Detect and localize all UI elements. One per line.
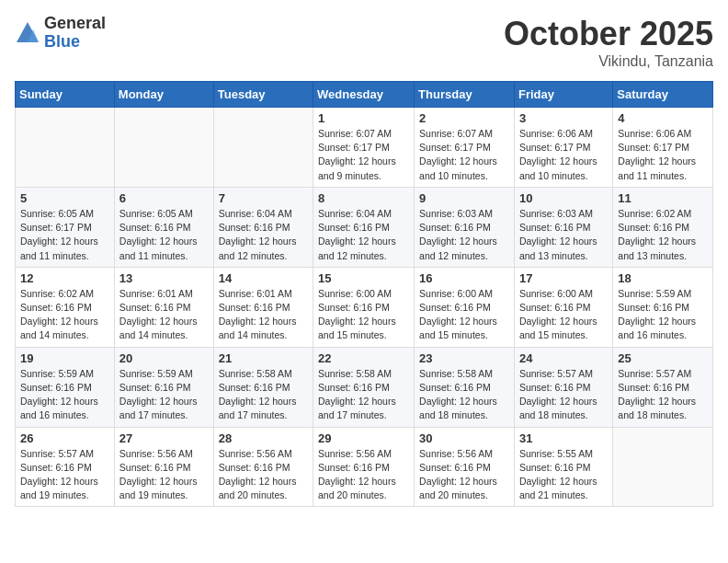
day-detail: Sunrise: 6:04 AM Sunset: 6:16 PM Dayligh… <box>219 207 308 263</box>
calendar-cell: 28Sunrise: 5:56 AM Sunset: 6:16 PM Dayli… <box>213 427 313 507</box>
day-number: 21 <box>219 351 308 365</box>
day-number: 27 <box>119 431 209 445</box>
month-title: October 2025 <box>504 15 713 53</box>
day-detail: Sunrise: 5:55 AM Sunset: 6:16 PM Dayligh… <box>519 447 608 503</box>
day-detail: Sunrise: 5:58 AM Sunset: 6:16 PM Dayligh… <box>219 367 308 423</box>
day-number: 29 <box>318 431 409 445</box>
day-detail: Sunrise: 5:56 AM Sunset: 6:16 PM Dayligh… <box>119 447 209 503</box>
logo-text: General Blue <box>44 15 106 52</box>
logo-general-label: General <box>44 15 106 33</box>
calendar-cell <box>114 108 213 188</box>
calendar-cell: 20Sunrise: 5:59 AM Sunset: 6:16 PM Dayli… <box>114 347 213 427</box>
day-number: 14 <box>219 271 308 285</box>
day-detail: Sunrise: 5:57 AM Sunset: 6:16 PM Dayligh… <box>20 447 109 503</box>
calendar-cell: 18Sunrise: 5:59 AM Sunset: 6:16 PM Dayli… <box>613 267 713 347</box>
weekday-header-tuesday: Tuesday <box>213 82 313 108</box>
logo-blue-label: Blue <box>44 33 106 52</box>
logo-icon <box>15 20 40 46</box>
calendar-cell: 6Sunrise: 6:05 AM Sunset: 6:16 PM Daylig… <box>114 187 213 267</box>
day-number: 5 <box>20 191 109 205</box>
title-block: October 2025 Vikindu, Tanzania <box>504 15 713 70</box>
day-detail: Sunrise: 5:56 AM Sunset: 6:16 PM Dayligh… <box>219 447 308 503</box>
calendar-cell: 14Sunrise: 6:01 AM Sunset: 6:16 PM Dayli… <box>213 267 313 347</box>
day-detail: Sunrise: 6:03 AM Sunset: 6:16 PM Dayligh… <box>419 207 509 263</box>
calendar-week-3: 12Sunrise: 6:02 AM Sunset: 6:16 PM Dayli… <box>16 267 713 347</box>
calendar-cell: 15Sunrise: 6:00 AM Sunset: 6:16 PM Dayli… <box>313 267 415 347</box>
day-detail: Sunrise: 6:00 AM Sunset: 6:16 PM Dayligh… <box>318 287 409 343</box>
weekday-header-sunday: Sunday <box>16 82 115 108</box>
day-number: 1 <box>318 111 409 125</box>
day-number: 30 <box>419 431 509 445</box>
day-number: 28 <box>219 431 308 445</box>
page-header: General Blue October 2025 Vikindu, Tanza… <box>15 15 713 70</box>
calendar-cell: 8Sunrise: 6:04 AM Sunset: 6:16 PM Daylig… <box>313 187 415 267</box>
calendar-cell: 10Sunrise: 6:03 AM Sunset: 6:16 PM Dayli… <box>514 187 612 267</box>
calendar-cell: 1Sunrise: 6:07 AM Sunset: 6:17 PM Daylig… <box>313 108 415 188</box>
day-number: 10 <box>519 191 608 205</box>
day-detail: Sunrise: 6:07 AM Sunset: 6:17 PM Dayligh… <box>318 127 409 183</box>
day-detail: Sunrise: 6:07 AM Sunset: 6:17 PM Dayligh… <box>419 127 509 183</box>
day-detail: Sunrise: 5:57 AM Sunset: 6:16 PM Dayligh… <box>519 367 608 423</box>
day-number: 6 <box>119 191 209 205</box>
calendar-cell: 9Sunrise: 6:03 AM Sunset: 6:16 PM Daylig… <box>415 187 515 267</box>
location-label: Vikindu, Tanzania <box>504 53 713 70</box>
calendar-cell: 27Sunrise: 5:56 AM Sunset: 6:16 PM Dayli… <box>114 427 213 507</box>
day-number: 9 <box>419 191 509 205</box>
day-number: 18 <box>618 271 708 285</box>
calendar-cell: 2Sunrise: 6:07 AM Sunset: 6:17 PM Daylig… <box>415 108 515 188</box>
calendar-table: SundayMondayTuesdayWednesdayThursdayFrid… <box>15 81 713 507</box>
logo: General Blue <box>15 15 106 52</box>
calendar-cell: 12Sunrise: 6:02 AM Sunset: 6:16 PM Dayli… <box>16 267 115 347</box>
calendar-cell <box>16 108 115 188</box>
day-detail: Sunrise: 5:57 AM Sunset: 6:16 PM Dayligh… <box>618 367 708 423</box>
calendar-cell: 5Sunrise: 6:05 AM Sunset: 6:17 PM Daylig… <box>16 187 115 267</box>
calendar-cell: 4Sunrise: 6:06 AM Sunset: 6:17 PM Daylig… <box>613 108 713 188</box>
day-detail: Sunrise: 6:03 AM Sunset: 6:16 PM Dayligh… <box>519 207 608 263</box>
day-number: 24 <box>519 351 608 365</box>
calendar-week-2: 5Sunrise: 6:05 AM Sunset: 6:17 PM Daylig… <box>16 187 713 267</box>
weekday-header-wednesday: Wednesday <box>313 82 415 108</box>
calendar-cell: 13Sunrise: 6:01 AM Sunset: 6:16 PM Dayli… <box>114 267 213 347</box>
day-detail: Sunrise: 5:59 AM Sunset: 6:16 PM Dayligh… <box>618 287 708 343</box>
day-number: 16 <box>419 271 509 285</box>
day-number: 12 <box>20 271 109 285</box>
calendar-cell: 26Sunrise: 5:57 AM Sunset: 6:16 PM Dayli… <box>16 427 115 507</box>
day-number: 13 <box>119 271 209 285</box>
calendar-week-1: 1Sunrise: 6:07 AM Sunset: 6:17 PM Daylig… <box>16 108 713 188</box>
day-number: 2 <box>419 111 509 125</box>
calendar-cell: 31Sunrise: 5:55 AM Sunset: 6:16 PM Dayli… <box>514 427 612 507</box>
calendar-cell: 30Sunrise: 5:56 AM Sunset: 6:16 PM Dayli… <box>415 427 515 507</box>
day-detail: Sunrise: 6:06 AM Sunset: 6:17 PM Dayligh… <box>618 127 708 183</box>
weekday-header-row: SundayMondayTuesdayWednesdayThursdayFrid… <box>16 82 713 108</box>
day-number: 20 <box>119 351 209 365</box>
calendar-cell: 25Sunrise: 5:57 AM Sunset: 6:16 PM Dayli… <box>613 347 713 427</box>
day-detail: Sunrise: 6:01 AM Sunset: 6:16 PM Dayligh… <box>219 287 308 343</box>
day-detail: Sunrise: 5:56 AM Sunset: 6:16 PM Dayligh… <box>318 447 409 503</box>
day-number: 23 <box>419 351 509 365</box>
weekday-header-saturday: Saturday <box>613 82 713 108</box>
day-detail: Sunrise: 6:02 AM Sunset: 6:16 PM Dayligh… <box>20 287 109 343</box>
day-number: 8 <box>318 191 409 205</box>
day-number: 26 <box>20 431 109 445</box>
day-number: 15 <box>318 271 409 285</box>
day-number: 19 <box>20 351 109 365</box>
calendar-cell: 3Sunrise: 6:06 AM Sunset: 6:17 PM Daylig… <box>514 108 612 188</box>
calendar-cell: 23Sunrise: 5:58 AM Sunset: 6:16 PM Dayli… <box>415 347 515 427</box>
day-number: 3 <box>519 111 608 125</box>
day-detail: Sunrise: 6:01 AM Sunset: 6:16 PM Dayligh… <box>119 287 209 343</box>
weekday-header-friday: Friday <box>514 82 612 108</box>
day-number: 22 <box>318 351 409 365</box>
day-detail: Sunrise: 6:05 AM Sunset: 6:17 PM Dayligh… <box>20 207 109 263</box>
day-detail: Sunrise: 6:00 AM Sunset: 6:16 PM Dayligh… <box>419 287 509 343</box>
day-number: 25 <box>618 351 708 365</box>
calendar-cell: 22Sunrise: 5:58 AM Sunset: 6:16 PM Dayli… <box>313 347 415 427</box>
calendar-week-4: 19Sunrise: 5:59 AM Sunset: 6:16 PM Dayli… <box>16 347 713 427</box>
day-number: 17 <box>519 271 608 285</box>
calendar-cell: 7Sunrise: 6:04 AM Sunset: 6:16 PM Daylig… <box>213 187 313 267</box>
calendar-week-5: 26Sunrise: 5:57 AM Sunset: 6:16 PM Dayli… <box>16 427 713 507</box>
day-number: 4 <box>618 111 708 125</box>
day-number: 7 <box>219 191 308 205</box>
calendar-cell: 11Sunrise: 6:02 AM Sunset: 6:16 PM Dayli… <box>613 187 713 267</box>
day-detail: Sunrise: 5:59 AM Sunset: 6:16 PM Dayligh… <box>20 367 109 423</box>
calendar-cell: 16Sunrise: 6:00 AM Sunset: 6:16 PM Dayli… <box>415 267 515 347</box>
